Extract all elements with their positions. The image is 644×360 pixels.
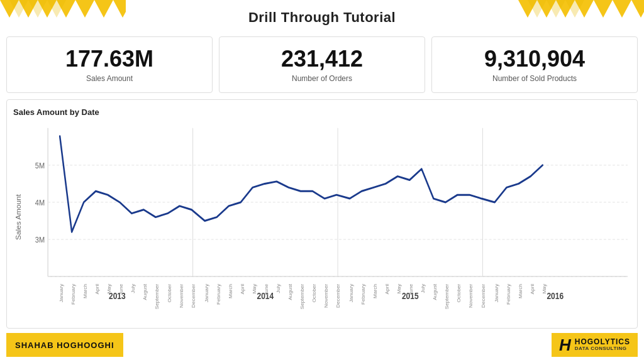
svg-text:February: February (506, 284, 511, 305)
svg-text:2016: 2016 (547, 291, 564, 301)
svg-text:Sales Amount: Sales Amount (15, 194, 22, 240)
svg-text:March: March (518, 284, 523, 298)
svg-text:February: February (71, 284, 76, 305)
chart-title: Sales Amount by Date (13, 107, 631, 117)
kpi-card-orders: 231,412 Number of Orders (219, 36, 425, 93)
svg-text:January: January (494, 284, 499, 303)
svg-text:January: January (204, 284, 209, 303)
svg-text:July: July (131, 284, 136, 293)
svg-text:June: June (409, 284, 414, 295)
svg-text:November: November (469, 283, 474, 308)
chart-svg: 5M 4M 3M Sales Amount 2013 2014 2015 201… (13, 121, 631, 321)
logo-text: HOGOLYTICS DATA CONSULTING (575, 338, 630, 352)
page-header: Drill Through Tutorial (0, 0, 644, 35)
svg-text:August: August (433, 283, 438, 300)
chart-inner: 5M 4M 3M Sales Amount 2013 2014 2015 201… (13, 121, 631, 321)
kpi-card-products: 9,310,904 Number of Sold Products (431, 36, 638, 93)
svg-text:March: March (373, 284, 378, 298)
svg-text:August: August (287, 283, 292, 300)
svg-text:September: September (155, 283, 160, 309)
svg-text:3M: 3M (35, 235, 45, 244)
kpi-value-sales: 177.63M (65, 46, 153, 72)
svg-text:November: November (179, 283, 184, 308)
svg-text:July: July (275, 284, 280, 293)
svg-text:March: March (228, 284, 233, 298)
svg-text:April: April (385, 284, 390, 295)
svg-text:October: October (457, 283, 462, 302)
svg-text:July: July (421, 284, 426, 293)
svg-text:September: September (300, 283, 305, 309)
logo-bar: H HOGOLYTICS DATA CONSULTING (552, 333, 638, 357)
svg-text:December: December (480, 283, 486, 308)
svg-text:4M: 4M (35, 198, 45, 207)
author-name: SHAHAB HOGHOOGHI (15, 341, 114, 350)
svg-text:December: December (336, 283, 341, 308)
svg-text:March: March (83, 284, 88, 298)
kpi-card-sales: 177.63M Sales Amount (6, 36, 213, 93)
svg-text:May: May (252, 284, 257, 294)
svg-text:May: May (397, 284, 402, 294)
chart-container: Sales Amount by Date 5M 4M 3M Sales Amou… (6, 99, 638, 329)
svg-text:February: February (216, 284, 221, 305)
author-bar: SHAHAB HOGHOOGHI (6, 333, 123, 357)
svg-text:April: April (95, 284, 100, 295)
svg-text:September: September (445, 283, 450, 309)
kpi-label-products: Number of Sold Products (492, 74, 577, 83)
svg-text:June: June (119, 284, 124, 295)
footer-right: H HOGOLYTICS DATA CONSULTING (552, 333, 638, 357)
kpi-value-orders: 231,412 (281, 46, 363, 72)
svg-text:May: May (107, 284, 112, 294)
logo-subtitle: DATA CONSULTING (575, 346, 630, 352)
svg-text:April: April (240, 284, 245, 295)
svg-text:January: January (349, 284, 354, 303)
logo-h-letter: H (559, 335, 571, 355)
svg-text:April: April (530, 284, 535, 295)
kpi-value-products: 9,310,904 (484, 46, 585, 72)
svg-text:November: November (324, 283, 329, 308)
footer-left: SHAHAB HOGHOOGHI (6, 333, 123, 357)
svg-text:June: June (264, 284, 269, 295)
kpi-label-sales: Sales Amount (86, 74, 133, 83)
svg-text:October: October (167, 283, 172, 302)
footer: SHAHAB HOGHOOGHI H HOGOLYTICS DATA CONSU… (0, 330, 644, 360)
svg-text:May: May (541, 284, 547, 294)
svg-text:5M: 5M (35, 161, 45, 170)
svg-text:February: February (361, 284, 366, 305)
kpi-row: 177.63M Sales Amount 231,412 Number of O… (6, 36, 638, 93)
kpi-label-orders: Number of Orders (292, 74, 352, 83)
svg-text:December: December (191, 283, 196, 308)
svg-text:October: October (312, 283, 317, 302)
svg-text:August: August (143, 283, 148, 300)
page-title: Drill Through Tutorial (248, 9, 396, 26)
svg-text:January: January (59, 284, 64, 303)
